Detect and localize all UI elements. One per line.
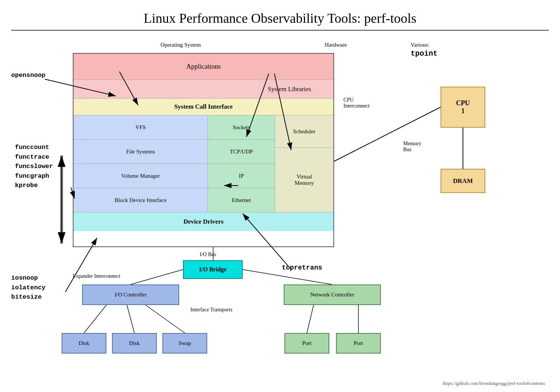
memory-bus-label: MemoryBus xyxy=(403,141,421,153)
device-drivers-row: Device Drivers xyxy=(74,212,333,231)
iotools-label: iosnoop iolatency bitesize xyxy=(11,273,46,302)
ethernet-cell: Ethernet xyxy=(208,188,275,212)
port2-box: Port xyxy=(336,333,381,354)
swap-box: Swap xyxy=(162,333,207,354)
kernel-row: VFS File Systems Volume Manager Block De… xyxy=(74,115,333,212)
svg-line-17 xyxy=(84,305,106,333)
io-bus-label: I/O Bus xyxy=(200,252,216,258)
svg-line-20 xyxy=(307,305,314,333)
tpoint-bold-label: tpoint xyxy=(411,49,438,58)
disk2-box: Disk xyxy=(112,333,157,354)
cpu-interconnect-label: CPUInterconnect xyxy=(343,97,370,109)
opensnoop-label: opensnoop xyxy=(11,72,46,79)
virtual-memory-cell: Virtual Memory xyxy=(275,148,333,212)
footer-url: https://github.com/brendangregg/perf-too… xyxy=(443,380,545,386)
svg-line-12 xyxy=(334,107,441,161)
dram-box: DRAM xyxy=(441,169,485,193)
scheduler-cell: Scheduler xyxy=(275,115,333,148)
vfs-cell: VFS xyxy=(74,115,208,140)
svg-line-16 xyxy=(243,270,332,284)
svg-line-15 xyxy=(131,270,183,284)
page-title: Linux Performance Observability Tools: p… xyxy=(11,0,549,31)
os-container: Applications System Libraries System Cal… xyxy=(73,53,334,247)
interface-transports-label: Interface Transports xyxy=(190,307,232,313)
cpu-box: CPU 1 xyxy=(441,87,485,128)
tcp-udp-cell: TCP/UDP xyxy=(208,140,275,164)
hardware-section-label: Hardware xyxy=(325,42,347,48)
io-controller-box: I/O Controller xyxy=(82,284,179,305)
os-section-label: Operating System xyxy=(161,42,201,48)
tpoint-label: tpoint xyxy=(411,49,438,58)
disk1-box: Disk xyxy=(62,333,106,354)
various-label: Various: xyxy=(411,42,429,48)
block-device-cell: Block Device Interface xyxy=(74,188,208,212)
expander-interconnect-label: Expander Interconnect xyxy=(73,273,120,279)
system-libraries-row: System Libraries xyxy=(74,80,333,99)
applications-row: Applications xyxy=(74,54,333,80)
volume-manager-cell: Volume Manager xyxy=(74,164,208,188)
functools-label: funccount functrace funcslower funcgraph… xyxy=(15,143,53,190)
ip-cell: IP xyxy=(208,164,275,188)
tcpretrans-label: tcpretrans xyxy=(282,264,322,271)
svg-line-19 xyxy=(146,305,185,333)
sockets-cell: Sockets xyxy=(208,115,275,140)
file-systems-cell: File Systems xyxy=(74,140,208,164)
system-call-interface-row: System Call Interface xyxy=(74,99,333,115)
port1-box: Port xyxy=(284,333,329,354)
io-bridge-box: I/O Bridge xyxy=(183,260,243,279)
network-controller-box: Network Controller xyxy=(284,284,381,305)
svg-line-18 xyxy=(127,305,134,333)
